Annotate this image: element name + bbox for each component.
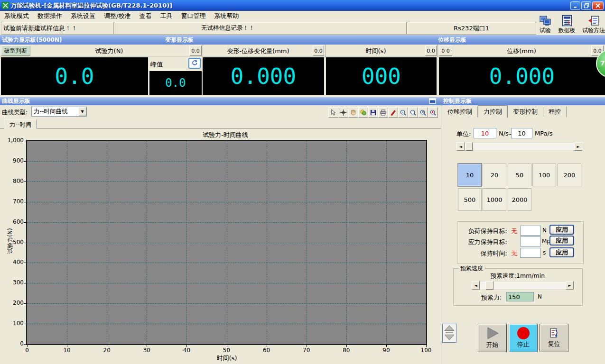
- test-toolbar-button[interactable]: 试验: [539, 15, 551, 35]
- speed-100-button[interactable]: 100: [532, 164, 556, 186]
- rate-scrollbar-thumb[interactable]: [465, 142, 473, 151]
- title-bar: 万能试验机-[金属材料室温拉伸试验(GB/T228.1-2010)]: [0, 0, 605, 11]
- stop-button[interactable]: 停止: [509, 324, 538, 352]
- crosshair-button[interactable]: [338, 107, 348, 118]
- break-detect-button[interactable]: 破型判断: [1, 46, 30, 56]
- preload-scrollbar-thumb[interactable]: [485, 281, 493, 290]
- quick-toolbar: 试验 数据板 试验方法: [539, 15, 605, 35]
- time-display: 000: [326, 57, 437, 95]
- pan-hand-button[interactable]: [348, 107, 358, 118]
- minimize-button[interactable]: [570, 1, 580, 10]
- menu-item-1[interactable]: 数据操作: [33, 11, 66, 21]
- scroll-right-icon[interactable]: ►: [574, 142, 582, 151]
- save-button[interactable]: [368, 107, 378, 118]
- speed-2000-button[interactable]: 2000: [508, 188, 531, 211]
- preload-scrollbar-track[interactable]: [480, 281, 566, 290]
- menu-item-3[interactable]: 调整/校准: [100, 11, 135, 21]
- tab-位移控制[interactable]: 位移控制: [442, 107, 478, 117]
- rate-scrollbar-track[interactable]: [465, 142, 574, 151]
- speed-1000-button[interactable]: 1000: [483, 188, 506, 211]
- hold-time-apply-button[interactable]: 应用: [549, 247, 574, 257]
- speed-20-button[interactable]: 20: [483, 164, 506, 186]
- menu-item-0[interactable]: 系统模式: [0, 11, 33, 21]
- start-button[interactable]: 开始: [478, 324, 507, 352]
- time-label: 时间(s): [327, 47, 424, 55]
- x-tick-mark-100: [426, 345, 427, 347]
- v-gridline-20: [107, 141, 107, 344]
- rate-scrollbar[interactable]: ◄ ►: [456, 142, 582, 151]
- force-rate-input[interactable]: [474, 128, 496, 138]
- print-icon: [380, 109, 387, 116]
- restore-button[interactable]: [581, 1, 591, 10]
- refresh-icon: [191, 59, 198, 66]
- tab-force-time[interactable]: 力--时间: [4, 119, 37, 129]
- menu-item-4[interactable]: 查看: [135, 11, 156, 21]
- select-cursor-button[interactable]: [328, 107, 338, 118]
- stress-hold-input[interactable]: [520, 237, 541, 246]
- x-tick-label-10: 10: [57, 347, 76, 354]
- tab-变形控制[interactable]: 变形控制: [508, 107, 543, 117]
- zoom-out-button[interactable]: [398, 107, 408, 118]
- menu-item-2[interactable]: 系统设置: [66, 11, 100, 21]
- stress-rate-input[interactable]: [511, 128, 532, 138]
- preload-force-unit: N: [538, 293, 542, 300]
- test-method-toolbar-label: 试验方法: [582, 27, 605, 35]
- force-label: 试验力(N): [31, 47, 187, 55]
- unit-suffix-label: MPa/s: [535, 130, 553, 137]
- curve-panel-window-button[interactable]: [428, 98, 437, 104]
- load-hold-apply-button[interactable]: 应用: [549, 225, 574, 235]
- play-icon: [486, 327, 499, 340]
- display-panel-headers: 试验力显示板(5000N) 变形显示板 位移显示板: [0, 35, 605, 45]
- reset-button[interactable]: 复位: [540, 324, 568, 352]
- curve-type-dropdown[interactable]: 力--时间曲线 ▼: [31, 107, 87, 117]
- x-tick-mark-40: [186, 345, 187, 347]
- displacement-label: 位移(mm): [453, 47, 590, 55]
- tab-力控制[interactable]: 力控制: [478, 105, 508, 118]
- menu-item-7[interactable]: 系统帮助: [210, 11, 243, 21]
- speed-10-button[interactable]: 10: [458, 164, 482, 186]
- load-hold-input[interactable]: [520, 226, 541, 236]
- zoom-window-button[interactable]: [418, 107, 428, 118]
- close-button[interactable]: [592, 1, 604, 10]
- stop-circle-icon: [517, 327, 530, 339]
- speed-500-button[interactable]: 500: [458, 188, 482, 211]
- pen-button[interactable]: [388, 107, 398, 118]
- y-tick-label-0: 0: [0, 340, 24, 347]
- preload-force-input[interactable]: [506, 292, 534, 301]
- speed-50-button[interactable]: 50: [508, 164, 531, 186]
- x-tick-label-100: 100: [417, 347, 436, 354]
- stress-hold-apply-button[interactable]: 应用: [549, 236, 574, 246]
- preload-group: 预紧速度 预紧速度:1mm/min ◄ ► 预紧力: N: [453, 268, 583, 306]
- palette-button[interactable]: [358, 107, 368, 118]
- curve-panel-header: 曲线显示板: [0, 97, 441, 105]
- scroll-left-icon[interactable]: ◄: [456, 142, 465, 151]
- zoom-icon: [410, 109, 417, 116]
- jog-button[interactable]: [442, 324, 456, 343]
- application-window: 万能试验机-[金属材料室温拉伸试验(GB/T228.1-2010)] 系统模式数…: [0, 0, 605, 364]
- window-title: 万能试验机-[金属材料室温拉伸试验(GB/T228.1-2010)]: [10, 1, 172, 10]
- data-board-toolbar-button[interactable]: 数据板: [558, 15, 576, 35]
- menu-bar: 系统模式数据操作系统设置调整/校准查看工具窗口管理系统帮助: [0, 11, 605, 21]
- menu-item-5[interactable]: 工具: [156, 11, 177, 21]
- zoom-reset-button[interactable]: [428, 107, 438, 118]
- peak-refresh-button[interactable]: [188, 58, 201, 69]
- print-button[interactable]: [378, 107, 388, 118]
- chart-x-axis-label: 时间(s): [203, 354, 251, 363]
- test-method-toolbar-button[interactable]: 试验方法: [582, 15, 605, 35]
- peak-panel: 峰值 0.0: [149, 57, 202, 95]
- hold-time-unit: s: [543, 249, 546, 256]
- hold-time-input[interactable]: [520, 248, 541, 258]
- preload-scroll-right-icon[interactable]: ►: [566, 281, 574, 290]
- stress-hold-label: 应力保持目标:: [460, 238, 507, 246]
- y-tick-mark-400: [24, 263, 26, 263]
- peak-label: 峰值: [150, 60, 163, 69]
- displacement-panel-header: 位移显示板: [438, 35, 466, 45]
- tab-程控[interactable]: 程控: [543, 107, 567, 117]
- preload-scroll-left-icon[interactable]: ◄: [472, 281, 480, 290]
- menu-item-6[interactable]: 窗口管理: [177, 11, 210, 21]
- zoom-button[interactable]: [408, 107, 418, 118]
- speed-200-button[interactable]: 200: [558, 164, 581, 186]
- x-tick-mark-20: [107, 345, 107, 347]
- preload-scrollbar[interactable]: ◄ ►: [472, 281, 574, 290]
- control-panel-header: 控制显示板: [441, 97, 605, 105]
